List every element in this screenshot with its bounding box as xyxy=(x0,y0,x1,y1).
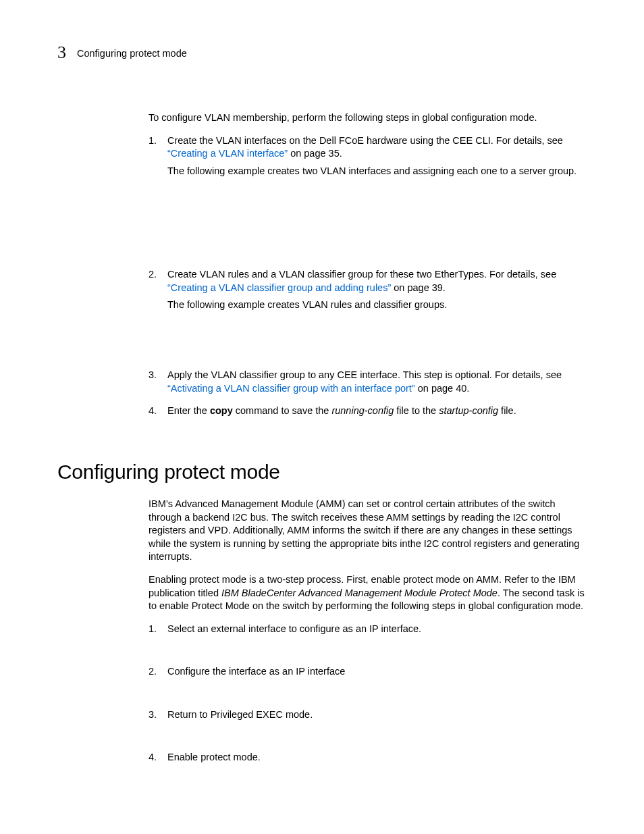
list-item: 4. Enter the copy command to save the ru… xyxy=(149,405,587,418)
step-text: Configure the interface as an IP interfa… xyxy=(167,665,587,679)
protect-steps-list-cont2: 3. Return to Privileged EXEC mode. xyxy=(149,708,587,722)
list-item: 2. Create VLAN rules and a VLAN classifi… xyxy=(149,268,587,312)
list-item: 3. Return to Privileged EXEC mode. xyxy=(149,708,587,722)
step-text-fragment: on page 35. xyxy=(288,148,342,159)
xref-link[interactable]: “Activating a VLAN classifier group with… xyxy=(167,383,415,394)
list-item: 4. Enable protect mode. xyxy=(149,751,587,764)
step-text-fragment: Apply the VLAN classifier group to any C… xyxy=(167,369,562,380)
spacer xyxy=(149,321,587,369)
step-text-fragment: file to the xyxy=(394,405,439,416)
step-text-fragment: Create VLAN rules and a VLAN classifier … xyxy=(167,269,556,280)
step-text-fragment: file. xyxy=(498,405,516,416)
step-text: Enable protect mode. xyxy=(167,751,587,764)
content-area: To configure VLAN membership, perform th… xyxy=(149,111,587,764)
step-subparagraph: The following example creates two VLAN i… xyxy=(167,165,587,178)
step-text-fragment: Enter the xyxy=(167,405,210,416)
list-item: 1. Create the VLAN interfaces on the Del… xyxy=(149,134,587,178)
xref-link[interactable]: “Creating a VLAN classifier group and ad… xyxy=(167,282,391,293)
section-paragraph: IBM’s Advanced Management Module (AMM) c… xyxy=(149,498,587,564)
section-paragraph: Enabling protect mode is a two-step proc… xyxy=(149,573,587,613)
page-header: 3 Configuring protect mode xyxy=(57,41,587,64)
protect-steps-list: 1. Select an external interface to confi… xyxy=(149,623,587,636)
step-text: Enter the copy command to save the runni… xyxy=(167,405,587,418)
step-number: 1. xyxy=(149,623,167,636)
list-item: 2. Configure the interface as an IP inte… xyxy=(149,665,587,679)
step-number: 2. xyxy=(149,268,167,312)
section-heading: Configuring protect mode xyxy=(57,459,587,486)
step-text: Select an external interface to configur… xyxy=(167,623,587,636)
chapter-number: 3 xyxy=(57,41,66,64)
file-name: startup-config xyxy=(439,405,498,416)
step-text: Return to Privileged EXEC mode. xyxy=(167,708,587,722)
command-name: copy xyxy=(210,405,233,416)
vlan-steps-list: 1. Create the VLAN interfaces on the Del… xyxy=(149,134,587,178)
step-number: 4. xyxy=(149,405,167,418)
intro-paragraph: To configure VLAN membership, perform th… xyxy=(149,111,587,125)
protect-steps-list-cont: 2. Configure the interface as an IP inte… xyxy=(149,665,587,679)
protect-steps-list-cont3: 4. Enable protect mode. xyxy=(149,751,587,764)
step-text: Apply the VLAN classifier group to any C… xyxy=(167,369,587,395)
step-number: 4. xyxy=(149,751,167,764)
step-text: Create VLAN rules and a VLAN classifier … xyxy=(167,268,587,312)
step-subparagraph: The following example creates VLAN rules… xyxy=(167,298,587,312)
step-number: 3. xyxy=(149,369,167,395)
step-number: 3. xyxy=(149,708,167,722)
spacer xyxy=(149,645,587,665)
xref-link[interactable]: “Creating a VLAN interface” xyxy=(167,148,288,159)
step-text-fragment: command to save the xyxy=(233,405,332,416)
page: 3 Configuring protect mode To configure … xyxy=(0,0,644,814)
step-text-fragment: on page 40. xyxy=(415,383,470,394)
list-item: 1. Select an external interface to confi… xyxy=(149,623,587,636)
chapter-running-title: Configuring protect mode xyxy=(77,47,187,61)
spacer xyxy=(149,688,587,708)
spacer xyxy=(149,731,587,751)
list-item: 3. Apply the VLAN classifier group to an… xyxy=(149,369,587,395)
step-number: 1. xyxy=(149,134,167,178)
step-text: Create the VLAN interfaces on the Dell F… xyxy=(167,134,587,178)
file-name: running-config xyxy=(331,405,394,416)
spacer xyxy=(149,187,587,268)
publication-title: IBM BladeCenter Advanced Management Modu… xyxy=(221,588,498,598)
step-text-fragment: on page 39. xyxy=(391,282,446,293)
vlan-steps-list-cont: 2. Create VLAN rules and a VLAN classifi… xyxy=(149,268,587,312)
step-number: 2. xyxy=(149,665,167,679)
vlan-steps-list-cont2: 3. Apply the VLAN classifier group to an… xyxy=(149,369,587,418)
step-text-fragment: Create the VLAN interfaces on the Dell F… xyxy=(167,135,563,146)
